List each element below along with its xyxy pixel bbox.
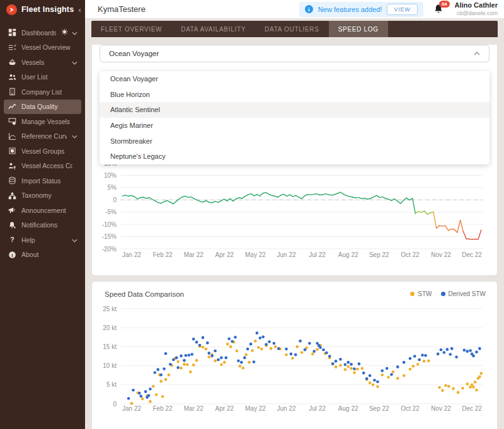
vessel-select[interactable]: Ocean Voyager (100, 45, 490, 62)
svg-text:10%: 10% (104, 172, 117, 179)
sidebar-item-dashboards[interactable]: Dashboards (4, 25, 81, 40)
legend-item-stw[interactable]: STW (410, 290, 432, 297)
vessel-option[interactable]: Aegis Mariner (100, 118, 490, 134)
sidebar-item-vessel-overview[interactable]: Vessel Overview (4, 40, 81, 55)
vessel-option[interactable]: Stormbreaker (100, 133, 490, 149)
svg-text:Jul 22: Jul 22 (309, 251, 326, 258)
groups-icon (8, 147, 16, 156)
sidebar: Fleet Insights ‹ DashboardsVessel Overvi… (0, 0, 85, 429)
megaphone-icon (8, 206, 16, 215)
sidebar-item-taxonomy[interactable]: Taxonomy (4, 188, 81, 203)
sidebar-item-vessels[interactable]: Vessels (4, 55, 81, 70)
sidebar-item-label: Notifications (21, 221, 72, 229)
svg-text:Jan 22: Jan 22 (122, 251, 141, 258)
sidebar-item-label: Vessel Overview (21, 43, 72, 51)
speed-comparison-panel: Speed Data Comparison STWDerived STW 25 … (91, 281, 498, 429)
sidebar-item-company-list[interactable]: Company List (4, 84, 81, 100)
svg-text:5 kt: 5 kt (106, 381, 117, 388)
legend-dot (410, 292, 415, 296)
sidebar-item-label: User List (21, 73, 72, 81)
user-email: ctt@danele.com (455, 10, 498, 17)
svg-text:Sep 22: Sep 22 (369, 405, 389, 412)
dashboard-icon (8, 28, 16, 37)
list-check-icon (8, 43, 16, 52)
notifications-bell[interactable]: 64 (433, 4, 445, 15)
chevron-down-icon[interactable] (72, 132, 77, 140)
svg-text:Dec 22: Dec 22 (462, 251, 482, 258)
users-icon (8, 72, 16, 81)
chevron-down-icon[interactable] (72, 236, 77, 244)
svg-text:?: ? (10, 236, 14, 243)
svg-text:-15%: -15% (102, 233, 117, 240)
svg-text:Feb 22: Feb 22 (153, 405, 173, 412)
bell-plus-icon (8, 220, 16, 229)
sidebar-item-vessel-groups[interactable]: Vessel Groups (4, 144, 81, 159)
speed-deviation-chart: 15%10%5%0-5%-10%-15%-20%Jan 22Feb 22Mar … (98, 158, 492, 263)
svg-text:Apr 22: Apr 22 (215, 405, 234, 412)
tab-data-outliers[interactable]: DATA OUTLIERS (255, 21, 329, 37)
feature-notification-banner: i New features added! VIEW (299, 2, 423, 17)
sidebar-item-help[interactable]: ?Help (4, 232, 81, 248)
legend-label: Derived STW (449, 290, 486, 297)
sidebar-item-import-status[interactable]: Import Status (4, 173, 81, 188)
svg-text:15 kt: 15 kt (103, 343, 117, 350)
user-name: Alino Cathler (455, 1, 498, 10)
svg-text:May 22: May 22 (245, 251, 266, 258)
top-header: KymaTestere i New features added! VIEW 6… (85, 0, 504, 19)
sidebar-item-data-quality[interactable]: Data Quality (4, 100, 81, 115)
view-button[interactable]: VIEW (387, 4, 417, 15)
app-logo: Fleet Insights ‹ (0, 0, 85, 19)
vessel-dropdown-list: Ocean VoyagerBlue HorizonAtlantic Sentin… (100, 71, 490, 164)
sidebar-item-notifications[interactable]: Notifications (4, 218, 81, 233)
svg-text:20 kt: 20 kt (103, 324, 117, 331)
vessel-option[interactable]: Blue Horizon (100, 87, 490, 103)
speed-log-panel: Ocean Voyager Ocean VoyagerBlue HorizonA… (91, 45, 498, 276)
svg-text:Dec 22: Dec 22 (462, 405, 482, 412)
chart-line-icon (8, 102, 16, 111)
tab-bar: FLEET OVERVIEWDATA AVAILABILITYDATA OUTL… (91, 21, 498, 37)
legend-item-derived-stw[interactable]: Derived STW (441, 290, 486, 297)
sidebar-item-label: Vessel Access Control (21, 162, 72, 169)
vessel-option[interactable]: Neptune's Legacy (100, 149, 490, 164)
svg-text:-5%: -5% (105, 209, 117, 215)
svg-text:i: i (11, 252, 13, 258)
sidebar-item-announcement[interactable]: Announcement (4, 203, 81, 218)
building-icon (8, 88, 16, 96)
sidebar-item-label: About (21, 251, 72, 258)
tab-speed-log[interactable]: SPEED LOG (329, 21, 388, 37)
curves-icon (8, 132, 16, 140)
svg-text:Jan 22: Jan 22 (122, 405, 141, 412)
sidebar-item-label: Announcement (21, 207, 72, 214)
svg-text:Apr 22: Apr 22 (215, 251, 234, 258)
sidebar-item-reference-curves[interactable]: Reference Curves (4, 129, 81, 144)
sidebar-collapse-button[interactable]: ‹ (78, 6, 81, 14)
svg-text:Mar 22: Mar 22 (184, 251, 204, 258)
sidebar-item-about[interactable]: iAbout (4, 248, 81, 263)
bell-badge: 64 (439, 1, 449, 8)
svg-text:Feb 22: Feb 22 (153, 251, 173, 258)
sidebar-item-user-list[interactable]: User List (4, 70, 81, 85)
sidebar-item-manage-vessels[interactable]: Manage Vessels (4, 114, 81, 129)
svg-text:May 22: May 22 (245, 405, 266, 412)
sidebar-item-label: Import Status (21, 177, 72, 185)
svg-text:Aug 22: Aug 22 (338, 251, 358, 258)
svg-text:0: 0 (113, 401, 117, 408)
svg-text:Oct 22: Oct 22 (401, 405, 420, 412)
svg-text:Jul 22: Jul 22 (309, 405, 326, 412)
sidebar-item-label: Data Quality (21, 103, 72, 110)
chevron-down-icon[interactable] (72, 29, 77, 37)
tab-fleet-overview[interactable]: FLEET OVERVIEW (91, 21, 171, 37)
app-logo-icon (6, 4, 17, 15)
gear-icon[interactable] (61, 28, 68, 37)
sidebar-item-label: Taxonomy (21, 192, 72, 199)
chevron-down-icon[interactable] (72, 59, 77, 66)
sidebar-item-vessel-access-control[interactable]: Vessel Access Control (4, 159, 81, 174)
tab-data-availability[interactable]: DATA AVAILABILITY (171, 21, 255, 37)
vessel-option[interactable]: Atlantic Sentinel (100, 102, 490, 118)
svg-text:Nov 22: Nov 22 (431, 251, 451, 258)
page-title: KymaTestere (98, 4, 146, 14)
manage-icon (8, 117, 16, 126)
chart-title: Speed Data Comparison (105, 290, 184, 298)
user-menu[interactable]: Alino Cathler ctt@danele.com (455, 1, 498, 17)
vessel-option[interactable]: Ocean Voyager (100, 71, 490, 87)
